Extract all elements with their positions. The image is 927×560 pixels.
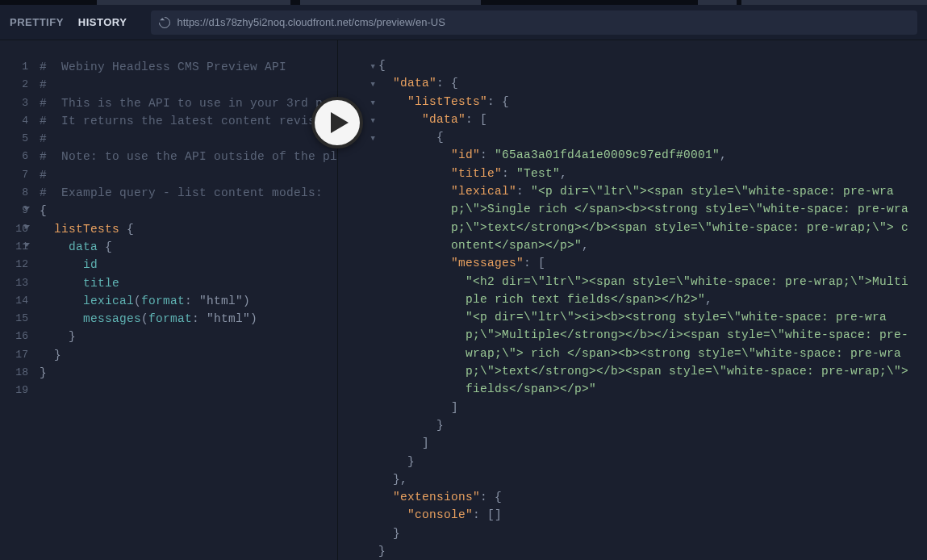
result-pane: ▼ ▼ ▼ ▼ ▼ { "data": { "listTests": { "da…: [337, 40, 927, 560]
fold-icon[interactable]: ▼: [371, 76, 375, 94]
tab-segment: [0, 0, 97, 5]
main-split: 1 2 3 4 5 6 7 8 9 10 11 12 13 14 15 16 1…: [0, 40, 927, 560]
toolbar: PRETTIFY HISTORY https://d1s78zhy5i2noq.…: [0, 5, 927, 40]
fold-icon[interactable]: ▼: [371, 112, 375, 130]
result-content[interactable]: { "data": { "listTests": { "data": [ { "…: [378, 56, 927, 560]
run-button[interactable]: [311, 97, 363, 148]
fold-icon[interactable]: ▼: [371, 94, 375, 112]
line-gutter: 1 2 3 4 5 6 7 8 9 10 11 12 13 14 15 16 1…: [0, 40, 33, 560]
code-content[interactable]: # Webiny Headless CMS Preview API## This…: [33, 40, 337, 560]
prettify-button[interactable]: PRETTIFY: [10, 16, 64, 28]
tab-segment: [698, 0, 737, 5]
fold-icon[interactable]: [23, 243, 30, 247]
tab-segment: [97, 0, 290, 5]
top-tab-strip: [0, 0, 927, 5]
url-text: https://d1s78zhy5i2noq.cloudfront.net/cm…: [177, 16, 445, 28]
reload-icon[interactable]: [157, 15, 173, 31]
tab-segment: [300, 0, 481, 5]
tab-segment: [741, 0, 927, 5]
fold-icon[interactable]: ▼: [371, 130, 375, 148]
history-button[interactable]: HISTORY: [78, 16, 127, 28]
fold-icon[interactable]: [23, 225, 30, 229]
url-bar[interactable]: https://d1s78zhy5i2noq.cloudfront.net/cm…: [151, 10, 917, 35]
fold-icon[interactable]: [23, 207, 30, 211]
query-editor[interactable]: 1 2 3 4 5 6 7 8 9 10 11 12 13 14 15 16 1…: [0, 40, 337, 560]
fold-icon[interactable]: ▼: [371, 58, 375, 76]
tab-segment: [290, 0, 300, 5]
play-icon: [331, 112, 349, 133]
tab-segment: [481, 0, 698, 5]
